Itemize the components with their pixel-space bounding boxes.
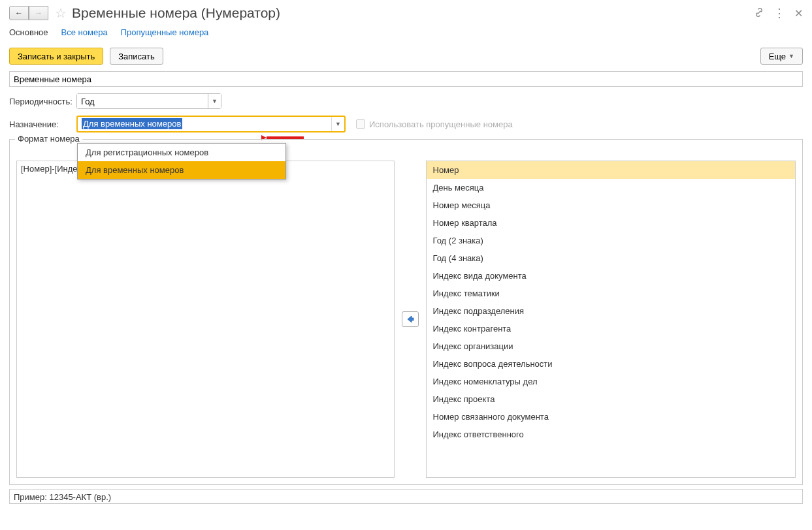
nav-forward-button[interactable]: → bbox=[29, 6, 48, 20]
list-item[interactable]: Индекс ответственного bbox=[427, 426, 796, 443]
purpose-dropdown-popup: Для регистрационных номеров Для временны… bbox=[77, 143, 286, 179]
list-item[interactable]: Индекс организации bbox=[427, 337, 796, 355]
move-left-button[interactable] bbox=[402, 311, 419, 327]
list-item[interactable]: Год (4 знака) bbox=[427, 249, 796, 267]
purpose-dropdown-button[interactable]: ▼ bbox=[331, 117, 344, 131]
list-item[interactable]: Индекс тематики bbox=[427, 285, 796, 302]
purpose-option-temporary[interactable]: Для временных номеров bbox=[78, 161, 285, 179]
periodicity-select[interactable]: ▼ bbox=[76, 93, 221, 109]
more-button-label: Еще bbox=[769, 52, 786, 61]
list-item[interactable]: Индекс проекта bbox=[427, 390, 796, 408]
close-icon[interactable]: ✕ bbox=[794, 7, 803, 20]
purpose-select[interactable]: Для временных номеров ▼ bbox=[76, 116, 346, 132]
favorite-star-icon[interactable]: ☆ bbox=[55, 5, 67, 21]
number-format-groupbox: Формат номера [Номер]-[Индек Номер День … bbox=[9, 139, 803, 485]
use-skipped-checkbox-wrap: Использовать пропущенные номера bbox=[356, 119, 513, 129]
nav-back-button[interactable]: ← bbox=[9, 6, 29, 20]
save-and-close-button[interactable]: Записать и закрыть bbox=[9, 48, 103, 65]
format-tokens-list[interactable]: Номер День месяца Номер месяца Номер ква… bbox=[426, 161, 796, 478]
list-item[interactable]: Индекс вида документа bbox=[427, 267, 796, 285]
use-skipped-label: Использовать пропущенные номера bbox=[369, 119, 513, 129]
list-item[interactable]: Индекс вопроса деятельности bbox=[427, 355, 796, 373]
name-input[interactable] bbox=[9, 71, 803, 87]
list-item[interactable]: Номер bbox=[427, 161, 796, 179]
page-title: Временные номера (Нумератор) bbox=[72, 5, 280, 21]
list-item[interactable]: Номер квартала bbox=[427, 214, 796, 232]
periodicity-label: Периодичность: bbox=[9, 97, 76, 106]
purpose-label: Назначение: bbox=[9, 119, 76, 129]
use-skipped-checkbox[interactable] bbox=[356, 119, 365, 129]
list-item[interactable]: Номер связанного документа bbox=[427, 408, 796, 426]
periodicity-value[interactable] bbox=[77, 94, 208, 108]
example-output: Пример: 12345-АКТ (вр.) bbox=[9, 489, 803, 504]
number-format-legend: Формат номера bbox=[15, 134, 82, 144]
purpose-option-registration[interactable]: Для регистрационных номеров bbox=[78, 144, 285, 161]
save-button[interactable]: Записать bbox=[110, 48, 163, 65]
tab-main[interactable]: Основное bbox=[9, 27, 48, 37]
list-item[interactable]: День месяца bbox=[427, 179, 796, 196]
more-button[interactable]: Еще ▼ bbox=[760, 48, 803, 65]
tab-skipped-numbers[interactable]: Пропущенные номера bbox=[121, 27, 209, 37]
periodicity-dropdown-button[interactable]: ▼ bbox=[208, 94, 221, 108]
purpose-value[interactable]: Для временных номеров bbox=[78, 117, 331, 131]
list-item[interactable]: Год (2 знака) bbox=[427, 232, 796, 249]
list-item[interactable]: Индекс номенклатуры дел bbox=[427, 373, 796, 390]
link-icon[interactable] bbox=[754, 7, 764, 20]
kebab-menu-icon[interactable]: ⋮ bbox=[773, 10, 785, 16]
chevron-down-icon: ▼ bbox=[788, 53, 794, 59]
list-item[interactable]: Индекс контрагента bbox=[427, 320, 796, 337]
list-item[interactable]: Номер месяца bbox=[427, 196, 796, 214]
purpose-selected-text: Для временных номеров bbox=[82, 118, 182, 129]
list-item[interactable]: Индекс подразделения bbox=[427, 302, 796, 320]
format-textarea[interactable]: [Номер]-[Индек bbox=[16, 161, 395, 478]
tab-all-numbers[interactable]: Все номера bbox=[61, 27, 108, 37]
arrow-left-icon bbox=[406, 315, 415, 324]
